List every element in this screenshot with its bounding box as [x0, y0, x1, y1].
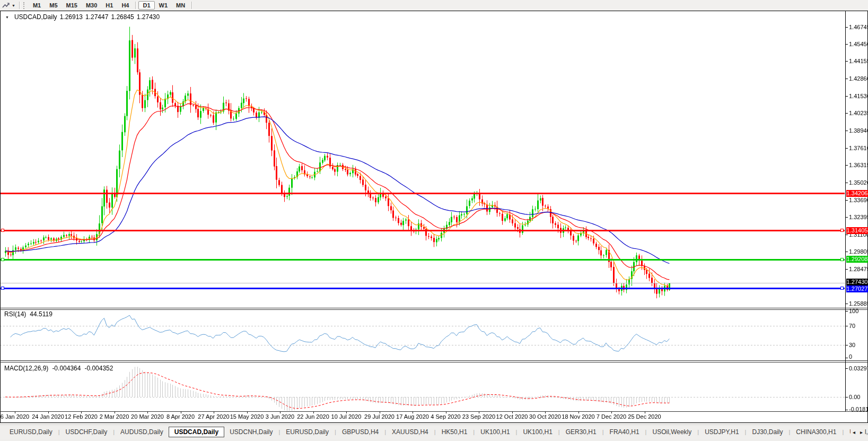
tab-separator: | [842, 429, 844, 435]
timeframe-mn[interactable]: MN [172, 1, 189, 10]
price-tick-label: 1.25885 [849, 300, 868, 307]
price-tick-label: 1.42860 [849, 75, 868, 82]
date-tick-label: 25 Dec 2020 [628, 413, 661, 420]
price-tick-label: 1.41530 [849, 93, 868, 99]
macd-signal-value: -0.004352 [84, 365, 113, 372]
rsi-tick-label: 70 [849, 323, 855, 329]
price-tick-label: 1.32395 [849, 214, 868, 220]
date-tick-label: 22 Jun 2020 [297, 413, 329, 420]
macd-main-value: -0.004364 [52, 365, 81, 372]
tab-eurusd-daily[interactable]: EURUSD,Daily [280, 427, 334, 437]
tab-separator: | [558, 429, 560, 435]
date-tick-label: 7 Dec 2020 [597, 413, 626, 420]
date-tick-label: 4 Sep 2020 [431, 413, 460, 420]
tab-usdchf-daily[interactable]: USDCHF,Daily [60, 427, 113, 437]
date-tick-label: 12 Oct 2020 [496, 413, 528, 420]
timeframe-m15[interactable]: M15 [62, 1, 82, 10]
date-tick-label: 18 Nov 2020 [562, 413, 594, 420]
price-tick-label: 1.45450 [849, 41, 868, 47]
rsi-tick-label: 0 [849, 353, 852, 360]
date-tick-label: 24 Jan 2020 [32, 413, 64, 420]
date-tick-label: 20 Mar 2020 [131, 413, 164, 420]
date-tick-label: 30 Oct 2020 [529, 413, 561, 420]
tab-ger30-h1[interactable]: GER30,H1 [560, 427, 602, 437]
chart-title-low: 1.26845 [111, 13, 134, 21]
price-tick-label: 1.29805 [849, 248, 868, 255]
top-toolbar: ▼ M1M5M15M30H1H4D1W1MN [0, 0, 868, 11]
date-tick-label: 27 Apr 2020 [198, 413, 229, 420]
price-tick-label: 1.37610 [849, 145, 868, 151]
tab-usdjpy-h1[interactable]: USDJPY,H1 [699, 427, 744, 437]
date-tick-label: 2 Mar 2020 [100, 413, 129, 420]
tab-xauusd-h4[interactable]: XAUUSD,H4 [387, 427, 434, 437]
level-price-badge: 1.27027 [846, 286, 868, 292]
date-tick-label: 3 Jun 2020 [266, 413, 294, 420]
timeframe-w1[interactable]: W1 [155, 1, 172, 10]
macd-tick-label: 0.032972 [849, 365, 868, 371]
tab-eurusd-daily[interactable]: EURUSD,Daily [4, 427, 58, 437]
tab-uk100-h1[interactable]: UK100,H1 [518, 427, 557, 437]
macd-tick-label: -0.018154 [849, 406, 868, 412]
timeframe-m30[interactable]: M30 [82, 1, 101, 10]
level-price-badge: 1.31405 [846, 227, 868, 234]
tab-scroll-left-icon[interactable]: ◂ [853, 429, 855, 435]
price-tick-label: 1.35020 [849, 179, 868, 186]
timeframe-m5[interactable]: M5 [45, 1, 62, 10]
rsi-tick-label: 30 [849, 342, 855, 348]
chart-tabs-bar: EURUSD,Daily|USDCHF,Daily|AUDUSD,DailyUS… [0, 425, 868, 439]
chart-title-symbol: USDCAD,Daily [14, 13, 57, 21]
timeframe-d1[interactable]: D1 [138, 1, 154, 10]
tab-gbpusd-h4[interactable]: GBPUSD,H4 [337, 427, 384, 437]
tab-fra40-h1[interactable]: FRA40,H1 [604, 427, 645, 437]
chart-collapse-icon[interactable]: ▼ [5, 15, 9, 19]
date-tick-label: 17 Aug 2020 [396, 413, 429, 420]
last-price-badge: 1.27430 [846, 279, 868, 286]
date-tick-label: 15 May 2020 [230, 413, 264, 420]
date-tick-label: 6 Jan 2020 [1, 413, 29, 420]
timeframe-h1[interactable]: H1 [101, 1, 117, 10]
tab-usdcad-daily[interactable]: USDCAD,Daily [169, 427, 224, 437]
chevron-down-icon[interactable]: ▼ [12, 4, 15, 7]
tab-dj30-daily[interactable]: DJ30,Daily [747, 427, 788, 437]
trading-platform-window: { "toolbar": { "chart_tool_icon": "chart… [0, 0, 868, 441]
tab-audusd-daily[interactable]: AUDUSD,Daily [115, 427, 169, 437]
tab-uk100-h1[interactable]: UK100,H1 [475, 427, 515, 437]
level-price-badge: 1.29208 [846, 256, 868, 263]
timeframe-h4[interactable]: H4 [117, 1, 133, 10]
tab-separator: | [113, 429, 115, 435]
price-tick-label: 1.33690 [849, 197, 868, 203]
tab-scroll-right-icon[interactable]: ▸ [860, 429, 863, 435]
price-tick-label: 1.44155 [849, 58, 868, 64]
price-tick-label: 1.46745 [849, 24, 868, 30]
tab-separator: | [516, 429, 518, 435]
level-price-badge: 1.34206 [846, 190, 868, 197]
chart-title-high: 1.27447 [85, 13, 108, 21]
date-tick-label: 10 Jul 2020 [331, 413, 362, 420]
tab-separator: | [602, 429, 604, 435]
date-tick-label: 12 Feb 2020 [65, 413, 98, 420]
tab-usoil-weekly[interactable]: USOil,Weekly [647, 427, 697, 437]
price-tick-label: 1.36315 [849, 162, 868, 168]
timeframe-m1[interactable]: M1 [29, 1, 45, 10]
macd-tick-label: 0.00 [849, 394, 860, 400]
tab-separator: | [335, 429, 336, 435]
rsi-indicator-label: RSI(14) 44.5119 [4, 310, 52, 318]
tab-usdcnh-daily[interactable]: USDCNH,Daily [224, 427, 278, 437]
tab-china300-h1[interactable]: CHINA300,H1 [791, 427, 841, 437]
rsi-value: 44.5119 [30, 310, 52, 318]
tab-separator: | [745, 429, 747, 435]
price-tick-label: 1.40235 [849, 110, 868, 116]
macd-name: MACD(12,26,9) [4, 365, 48, 372]
chart-canvas[interactable] [0, 0, 868, 441]
chart-tool-icon[interactable] [2, 2, 10, 9]
macd-indicator-label: MACD(12,26,9) -0.004364 -0.004352 [4, 365, 113, 372]
chart-title: ▼ USDCAD,Daily 1.26913 1.27447 1.26845 1… [4, 13, 160, 21]
tab-separator: | [278, 429, 280, 435]
date-tick-label: 8 Apr 2020 [166, 413, 195, 420]
tab-separator: | [789, 429, 791, 435]
chart-title-open: 1.26913 [60, 13, 83, 21]
tab-hk50-h1[interactable]: HK50,H1 [436, 427, 473, 437]
toolbar-grip[interactable] [23, 2, 26, 9]
date-tick-label: 23 Sep 2020 [462, 413, 495, 420]
tab-scroll-controls: ◂ ▸ [851, 425, 865, 439]
